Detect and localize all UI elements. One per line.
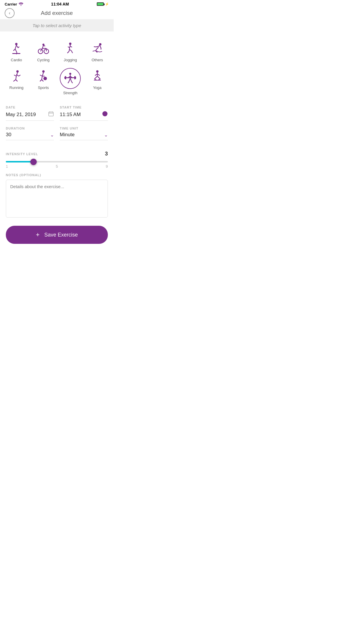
slider-thumb[interactable]: [30, 159, 37, 165]
others-label: Others: [92, 58, 103, 62]
date-label: DATE: [6, 106, 54, 109]
start-time-value: 11:15 AM: [60, 112, 81, 118]
activity-strength[interactable]: Strength: [57, 65, 84, 98]
activity-sports[interactable]: Sports: [30, 65, 57, 98]
activity-cycling[interactable]: Cycling: [30, 37, 57, 65]
jogging-icon: [62, 40, 78, 57]
svg-line-24: [71, 51, 73, 53]
svg-point-25: [99, 43, 101, 46]
svg-line-55: [68, 81, 69, 83]
svg-line-41: [42, 76, 42, 80]
svg-rect-50: [75, 77, 76, 79]
intensity-slider[interactable]: [6, 161, 108, 162]
svg-rect-48: [64, 77, 66, 79]
svg-line-4: [16, 45, 18, 48]
header: ‹ Add exercise: [0, 8, 114, 20]
time-unit-dropdown-arrow: ⌄: [104, 132, 108, 138]
clock-icon: [102, 111, 108, 118]
svg-rect-8: [12, 53, 20, 54]
activity-yoga[interactable]: Yoga: [84, 65, 111, 98]
save-button-label: Save Exercise: [44, 232, 78, 238]
start-time-field[interactable]: START TIME 11:15 AM: [60, 106, 108, 121]
duration-value: 30: [6, 132, 11, 138]
activity-running[interactable]: Running: [3, 65, 30, 98]
svg-line-56: [70, 78, 71, 81]
calendar-icon: [48, 111, 54, 118]
time-unit-label: TIME UNIT: [60, 127, 108, 130]
intensity-value: 3: [105, 151, 108, 157]
svg-line-36: [16, 80, 17, 81]
slider-track: [6, 161, 108, 162]
cardio-icon: [8, 40, 24, 57]
time-unit-field[interactable]: TIME UNIT Minute ⌄: [60, 127, 108, 140]
start-time-label: START TIME: [60, 106, 108, 109]
svg-line-39: [40, 75, 42, 76]
status-time: 11:04 AM: [51, 2, 69, 6]
others-icon: [89, 40, 106, 57]
svg-line-19: [68, 47, 70, 48]
intensity-section: INTENSITY LEVEL 3 1 5 9: [0, 146, 114, 169]
cardio-label: Cardio: [11, 58, 22, 62]
status-bar: Carrier 11:04 AM ⚡: [0, 0, 114, 8]
duration-dropdown-arrow: ⌄: [50, 132, 54, 138]
date-value: May 21, 2019: [6, 112, 36, 118]
svg-line-22: [67, 51, 69, 53]
back-chevron: ‹: [9, 10, 10, 16]
activity-grid: Cardio Cycling: [0, 32, 114, 101]
svg-line-33: [19, 75, 20, 76]
svg-point-17: [69, 43, 71, 45]
jogging-label: Jogging: [64, 58, 77, 62]
form-section: DATE May 21, 2019 START TIME 11:15 AM: [0, 101, 114, 140]
svg-line-34: [16, 76, 16, 80]
battery-icon: [97, 2, 104, 6]
notes-input[interactable]: [6, 180, 108, 218]
sports-icon: [35, 68, 52, 84]
status-battery: ⚡: [97, 2, 109, 6]
running-icon: [8, 68, 24, 84]
svg-line-64: [97, 76, 100, 79]
battery-bolt: ⚡: [105, 2, 109, 6]
svg-line-20: [70, 46, 72, 47]
svg-point-1: [15, 43, 17, 45]
wifi-icon: [19, 2, 23, 6]
svg-line-38: [42, 73, 43, 76]
subtitle-text: Tap to select activity type: [32, 23, 81, 28]
time-unit-value: Minute: [60, 132, 75, 138]
slider-mid: 5: [56, 164, 58, 169]
duration-time-unit-row: DURATION 30 ⌄ TIME UNIT Minute ⌄: [6, 127, 108, 140]
svg-point-0: [20, 5, 21, 6]
activity-cardio[interactable]: Cardio: [3, 37, 30, 65]
back-button[interactable]: ‹: [5, 8, 15, 18]
activity-others[interactable]: Others: [84, 37, 111, 65]
date-field[interactable]: DATE May 21, 2019: [6, 106, 54, 121]
svg-rect-67: [49, 112, 53, 116]
svg-point-37: [42, 70, 45, 73]
yoga-label: Yoga: [93, 85, 101, 90]
slider-min: 1: [6, 164, 8, 169]
svg-point-29: [16, 70, 19, 73]
cycling-label: Cycling: [37, 58, 50, 62]
svg-line-16: [43, 46, 45, 46]
notes-section: NOTES (OPTIONAL): [0, 169, 114, 219]
subtitle-bar: Tap to select activity type: [0, 20, 114, 32]
slider-max: 9: [106, 164, 108, 169]
save-exercise-button[interactable]: + Save Exercise: [6, 226, 108, 244]
intensity-label: INTENSITY LEVEL: [6, 152, 38, 156]
duration-field[interactable]: DURATION 30 ⌄: [6, 127, 54, 140]
svg-line-12: [42, 46, 43, 48]
save-button-container: + Save Exercise: [0, 219, 114, 253]
svg-line-31: [14, 75, 16, 76]
slider-labels: 1 5 9: [6, 164, 108, 169]
strength-icon: [64, 72, 77, 85]
activity-jogging[interactable]: Jogging: [57, 37, 84, 65]
yoga-icon: [89, 68, 106, 84]
cycling-icon: [35, 40, 52, 57]
svg-point-58: [96, 70, 99, 73]
save-plus-icon: +: [36, 231, 40, 239]
strength-label: Strength: [63, 91, 78, 95]
strength-selected-ring: [60, 68, 81, 89]
svg-point-9: [42, 44, 44, 46]
svg-line-35: [13, 80, 16, 81]
svg-line-23: [70, 50, 71, 51]
svg-line-62: [94, 76, 97, 79]
